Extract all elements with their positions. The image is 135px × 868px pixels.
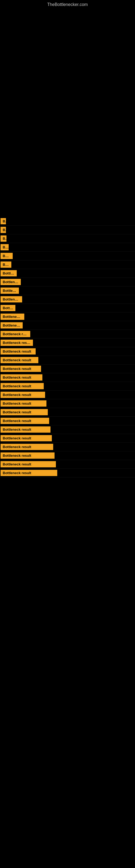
result-row: Bottleneck result: [0, 460, 135, 469]
result-row: Bottleneck result: [0, 217, 135, 226]
result-row: Bottleneck: [0, 304, 135, 312]
result-bar: Bottleneck result: [1, 461, 56, 467]
result-row: Bottleneck resu: [0, 295, 135, 304]
result-row: Bottleneck result: [0, 425, 135, 434]
result-bar: Bottleneck resu: [1, 296, 22, 303]
result-row: Bottleneck result: [0, 416, 135, 425]
result-row: Bottleneck result: [0, 399, 135, 408]
chart-area: [0, 8, 135, 111]
result-row: Bottleneck result: [0, 469, 135, 477]
result-row: Bottleneck re: [0, 286, 135, 295]
result-bar: Bottleneck result: [1, 218, 6, 224]
result-row: Bottleneck result: [0, 408, 135, 416]
result-bar: B: [1, 227, 6, 233]
result-row: Bottleneck result: [0, 434, 135, 443]
results-list: Bottleneck resultBBoBottlBottleneck rBot…: [0, 217, 135, 477]
result-row: Bottleneck result: [0, 391, 135, 399]
result-bar: Bottleneck result: [1, 426, 50, 433]
result-row: Bottl: [0, 243, 135, 252]
result-row: Bottleneck result: [0, 278, 135, 286]
result-row: Bottleneck result: [0, 382, 135, 391]
result-row: Bottleneck result: [0, 347, 135, 356]
result-bar: Bottleneck res: [1, 270, 17, 276]
result-row: Bottleneck result: [0, 373, 135, 382]
result-bar: Bottleneck result: [1, 453, 54, 459]
result-bar: Bottleneck result: [1, 409, 48, 415]
result-bar: Bottleneck result: [1, 314, 24, 320]
result-bar: Bottleneck result: [1, 279, 21, 285]
result-row: Bottleneck result: [0, 312, 135, 321]
result-bar: Bottleneck result: [1, 340, 33, 346]
result-bar: Bottl: [1, 244, 9, 250]
result-row: Bottleneck r: [0, 252, 135, 260]
result-bar: Bottleneck r: [1, 253, 13, 259]
result-row: Bottleneck result: [0, 443, 135, 452]
result-bar: Bottleneck result: [1, 400, 46, 407]
result-row: Bottleneck result: [0, 452, 135, 460]
result-row: Bottleneck result: [0, 339, 135, 347]
result-bar: Bottleneck result: [1, 348, 36, 354]
result-bar: Bottleneck result: [1, 331, 30, 337]
result-bar: Bottleneck res: [1, 322, 23, 329]
result-bar: Bottleneck: [1, 305, 15, 311]
result-bar: Bottlenec: [1, 261, 11, 268]
result-bar: Bottleneck result: [1, 392, 45, 398]
site-title: TheBottlenecker.com: [0, 0, 135, 8]
result-bar: Bottleneck result: [1, 357, 38, 363]
result-row: B: [0, 226, 135, 235]
result-bar: Bottleneck result: [1, 366, 41, 372]
result-bar: Bottleneck result: [1, 444, 53, 450]
result-row: Bottleneck result: [0, 356, 135, 365]
result-row: Bottlenec: [0, 260, 135, 269]
result-bar: Bottleneck result: [1, 418, 49, 424]
result-bar: Bottleneck result: [1, 435, 52, 441]
result-bar: Bottleneck re: [1, 287, 19, 294]
result-row: Bottleneck result: [0, 365, 135, 373]
result-bar: Bottleneck result: [1, 383, 44, 389]
result-bar: Bottleneck result: [1, 470, 57, 476]
result-row: Bo: [0, 235, 135, 243]
result-bar: Bottleneck result: [1, 374, 42, 380]
result-row: Bottleneck result: [0, 330, 135, 339]
result-row: Bottleneck res: [0, 269, 135, 278]
result-row: Bottleneck res: [0, 321, 135, 330]
result-bar: Bo: [1, 236, 6, 242]
